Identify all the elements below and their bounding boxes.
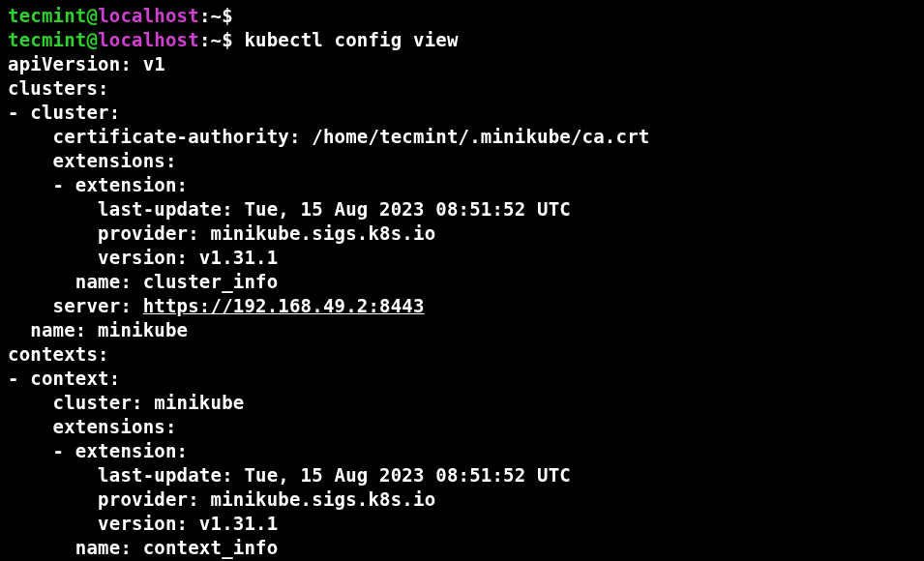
- prompt-path: ~: [211, 29, 223, 50]
- output-line: version: v1.31.1: [8, 512, 916, 536]
- prompt-symbol: $: [222, 5, 233, 26]
- prompt-host: localhost: [98, 29, 199, 50]
- output-line: name: cluster_info: [8, 270, 916, 294]
- output-line: version: v1.31.1: [8, 246, 916, 270]
- output-line: last-update: Tue, 15 Aug 2023 08:51:52 U…: [8, 197, 916, 221]
- output-line: extensions:: [8, 149, 916, 173]
- prompt-at: @: [86, 29, 98, 50]
- output-line: name: context_info: [8, 536, 916, 560]
- prompt-user: tecmint: [8, 5, 86, 26]
- output-line: name: minikube: [8, 318, 916, 342]
- output-line: last-update: Tue, 15 Aug 2023 08:51:52 U…: [8, 463, 916, 487]
- output-line: provider: minikube.sigs.k8s.io: [8, 221, 916, 246]
- output-line: - extension:: [8, 173, 916, 197]
- server-url[interactable]: https://192.168.49.2:8443: [143, 295, 425, 316]
- prompt-user: tecmint: [8, 29, 86, 50]
- output-line: apiVersion: v1: [8, 52, 916, 76]
- output-line: - extension:: [8, 439, 916, 463]
- output-line: contexts:: [8, 342, 916, 367]
- prompt-at: @: [86, 5, 98, 26]
- output-line: - context:: [8, 367, 916, 391]
- server-label: server:: [8, 295, 143, 316]
- output-line: clusters:: [8, 76, 916, 101]
- prompt-line-1[interactable]: tecmint@localhost:~$: [8, 4, 916, 28]
- output-line: cluster: minikube: [8, 391, 916, 415]
- prompt-sep: :: [199, 5, 211, 26]
- prompt-sep: :: [199, 29, 211, 50]
- prompt-host: localhost: [98, 5, 199, 26]
- output-line: extensions:: [8, 415, 916, 439]
- output-line-server: server: https://192.168.49.2:8443: [8, 294, 916, 318]
- prompt-line-2[interactable]: tecmint@localhost:~$ kubectl config view: [8, 28, 916, 52]
- output-line: - cluster:: [8, 101, 916, 125]
- output-line: certificate-authority: /home/tecmint/.mi…: [8, 125, 916, 149]
- command-text: kubectl config view: [244, 29, 458, 50]
- output-line: provider: minikube.sigs.k8s.io: [8, 487, 916, 512]
- prompt-symbol: $: [222, 29, 233, 50]
- prompt-path: ~: [211, 5, 223, 26]
